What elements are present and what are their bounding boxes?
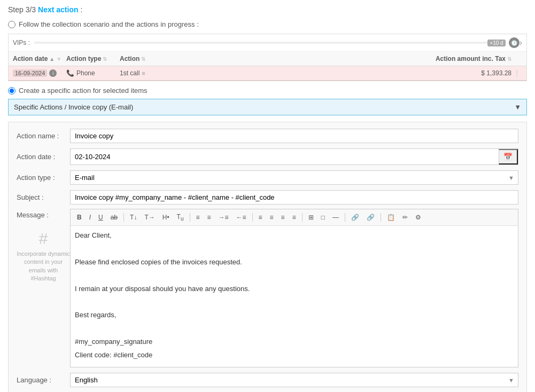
editor-content-area[interactable]: Dear Client, Please find enclosed copies… <box>71 226 518 367</box>
scenario-box: VIPs : +10 d 🕒 › Action date ▲ ▼ Action … <box>8 34 527 81</box>
editor-line-1: Dear Client, <box>75 230 514 241</box>
subject-input[interactable] <box>70 190 518 205</box>
strikethrough-button[interactable]: ab <box>107 212 121 223</box>
specific-action-dropdown[interactable]: Specific Actions / Invoice copy (E-mail)… <box>8 99 527 115</box>
action-type-select[interactable]: E-mail Phone Letter Fax <box>70 170 518 185</box>
toolbar-sep2 <box>190 213 190 222</box>
message-label: Message : <box>17 211 49 219</box>
col-action[interactable]: Action ⇅ <box>120 55 426 62</box>
action-value: 1st call <box>120 69 139 77</box>
align-right-button[interactable]: ≡ <box>278 212 288 223</box>
toolbar-sep4 <box>302 213 303 222</box>
create-specific-radio-row: Create a specific action for selected it… <box>8 87 527 95</box>
action-type-label: Action type : <box>17 174 70 182</box>
editor-line-9: #my_company_signature <box>75 336 514 348</box>
follow-scenario-label: Follow the collection scenario and the a… <box>19 20 199 28</box>
font-size-up-button[interactable]: T→ <box>141 212 158 223</box>
language-select-wrap: English French Spanish German ▼ <box>70 373 518 387</box>
action-date-input-wrap: 📅 <box>70 148 518 165</box>
action-date-label: Action date : <box>17 153 70 161</box>
editor-line-3: Please find enclosed copies of the invoi… <box>75 257 514 268</box>
follow-scenario-radio[interactable]: Follow the collection scenario and the a… <box>8 20 527 28</box>
row-action-type: 📞 Phone <box>66 69 120 77</box>
toolbar-sep1 <box>123 213 124 222</box>
create-specific-radio[interactable]: Create a specific action for selected it… <box>8 87 148 95</box>
col-more <box>511 55 522 62</box>
next-action-label: Next action <box>38 5 78 14</box>
subscript-button[interactable]: Tu <box>174 211 187 223</box>
row-more: ⋮ <box>511 69 522 77</box>
hashtag-caption: Incorporate dynamic content in your emai… <box>17 250 70 283</box>
create-specific-radio-input[interactable] <box>8 87 15 95</box>
ol-button[interactable]: ≡ <box>204 212 214 223</box>
font-size-down-button[interactable]: T↓ <box>127 212 140 223</box>
message-section: Message : # Incorporate dynamic content … <box>17 209 518 367</box>
ul-button[interactable]: ≡ <box>193 212 203 223</box>
plus10-badge: +10 d <box>487 40 505 46</box>
toolbar-sep5 <box>345 213 345 222</box>
toolbar-sep6 <box>381 213 381 222</box>
align-center-button[interactable]: ≡ <box>267 212 277 223</box>
row-date: 16-09-2024 i <box>13 69 66 77</box>
action-name-row: Action name : <box>17 129 518 143</box>
language-row: Language : English French Spanish German… <box>17 373 518 387</box>
editor-line-4 <box>75 270 514 281</box>
editor-line-8 <box>75 323 514 334</box>
col-action-type[interactable]: Action type ⇅ <box>66 55 120 62</box>
align-left-button[interactable]: ≡ <box>255 212 266 223</box>
row-action: 1st call ≡ <box>120 69 426 77</box>
phone-icon: 📞 <box>66 69 74 77</box>
editor-line-10: Client code: #client_code <box>75 350 514 361</box>
justify-button[interactable]: ≡ <box>289 212 299 223</box>
language-label: Language : <box>17 376 70 384</box>
rule-button[interactable]: — <box>329 212 342 223</box>
table-button[interactable]: ⊞ <box>305 212 317 223</box>
action-type-row: Action type : E-mail Phone Letter Fax ▼ <box>17 170 518 185</box>
sort-arrow-date: ▲ <box>49 56 55 62</box>
toolbar-sep3 <box>252 213 253 222</box>
action-date-row: Action date : 📅 <box>17 148 518 165</box>
date-value: 16-09-2024 <box>13 69 47 77</box>
sort-icon-amount: ⇅ <box>507 56 511 62</box>
action-name-label: Action name : <box>17 132 70 140</box>
chevron-down-icon: ▼ <box>514 103 521 111</box>
table-row: 16-09-2024 i 📞 Phone 1st call ≡ $ 1,393.… <box>9 66 526 81</box>
follow-scenario-radio-input[interactable] <box>8 21 15 28</box>
editor-line-6 <box>75 296 514 308</box>
action-date-input[interactable] <box>71 150 499 163</box>
create-specific-label: Create a specific action for selected it… <box>19 87 148 95</box>
link-button[interactable]: 🔗 <box>348 212 362 223</box>
sort-arrow-date2: ▼ <box>56 56 61 62</box>
bold-button[interactable]: B <box>74 212 85 223</box>
italic-button[interactable]: I <box>86 212 94 223</box>
subject-row: Subject : <box>17 190 518 205</box>
indent-button[interactable]: →≡ <box>215 212 232 223</box>
outdent-button[interactable]: ←≡ <box>233 212 250 223</box>
unlink-button[interactable]: 🔗 <box>363 212 378 223</box>
vips-label: VIPs : <box>13 39 30 46</box>
action-type-select-wrap: E-mail Phone Letter Fax ▼ <box>70 170 518 185</box>
settings-button[interactable]: ⚙ <box>412 212 424 223</box>
border-button[interactable]: □ <box>318 212 328 223</box>
heading-button[interactable]: H• <box>159 212 173 223</box>
action-name-input[interactable] <box>70 129 518 143</box>
hashtag-symbol: # <box>17 230 70 248</box>
form-section: Action name : Action date : 📅 Action typ… <box>8 122 527 392</box>
col-amount[interactable]: Action amount inc. Tax ⇅ <box>426 55 511 62</box>
editor-toolbar: B I U ab T↓ T→ H• Tu ≡ ≡ →≡ <box>71 209 518 226</box>
step-colon: : <box>80 5 82 14</box>
calendar-button[interactable]: 📅 <box>499 149 518 164</box>
vips-row: VIPs : +10 d 🕒 › <box>9 34 526 52</box>
info-icon: i <box>49 69 57 77</box>
edit-button[interactable]: ✏ <box>399 212 411 223</box>
subject-label: Subject : <box>17 193 70 201</box>
editor-line-2 <box>75 244 514 255</box>
copy-button[interactable]: 📋 <box>384 212 398 223</box>
language-select[interactable]: English French Spanish German <box>70 373 518 387</box>
underline-button[interactable]: U <box>95 212 106 223</box>
table-header: Action date ▲ ▼ Action type ⇅ Action ⇅ A… <box>9 52 526 66</box>
message-left-panel: Message : # Incorporate dynamic content … <box>17 209 70 367</box>
editor-line-5: I remain at your disposal should you hav… <box>75 284 514 295</box>
col-action-date[interactable]: Action date ▲ ▼ <box>13 55 66 62</box>
list-icon: ≡ <box>142 70 145 76</box>
